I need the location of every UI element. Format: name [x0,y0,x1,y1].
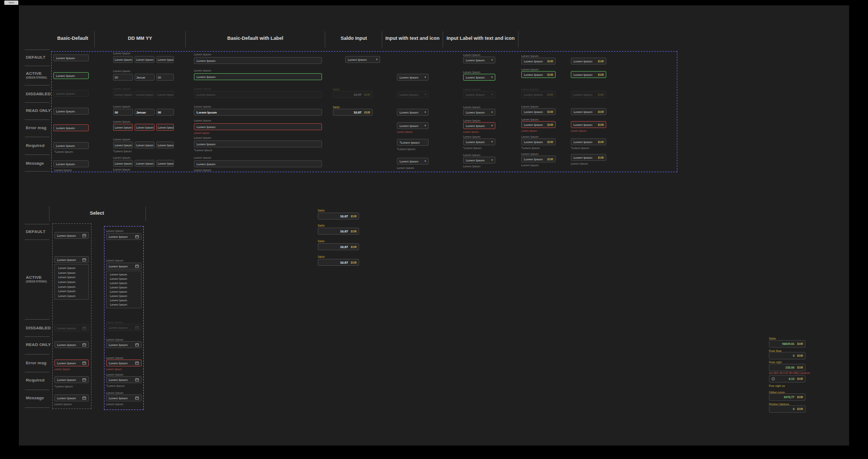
date-year-input[interactable]: Lorem Ipsum [156,124,174,131]
select-option[interactable]: Lorem Ipsum [107,272,141,277]
date-year-input[interactable]: Lorem Ipsum [156,56,174,63]
field-label: Lorem Ipsum [194,119,211,122]
date-select[interactable]: Lorem Ipsum [106,376,142,383]
dropdown-select[interactable]: Lorem Ipsum▾ [463,138,495,145]
labeled-input-message[interactable]: Lorem Ipsum [194,160,322,167]
header-separator [382,31,382,47]
select-value: Lorem Ipsum [57,258,76,262]
select-option[interactable]: Lorem Ipsum [55,294,88,298]
currency-input[interactable]: Lorem IpsumEUR [521,121,556,128]
currency-suffix: EUR [598,93,604,96]
message-note: Lorem Ipsum [194,168,211,172]
labeled-input-error[interactable]: Lorem Ipsum [194,123,322,130]
date-select[interactable]: Lorem Ipsum [54,256,89,263]
date-select[interactable]: Lorem Ipsum [54,232,89,239]
row-divider [25,390,50,390]
date-day-input[interactable]: Lorem Ipsum [113,160,133,167]
labeled-input-active[interactable]: Lorem Ipsum [194,73,322,80]
currency-input[interactable]: Lorem IpsumEUR [571,121,606,128]
date-select[interactable]: Lorem Ipsum [54,341,89,348]
select-option[interactable]: Lorem Ipsum [55,285,88,289]
date-select[interactable]: Lorem Ipsum [106,341,142,348]
date-month-input: Januar [135,109,155,116]
date-year-input[interactable]: Lorem Ipsum [156,142,174,149]
select-value: Lorem Ipsum [109,235,128,238]
date-select[interactable]: Lorem Ipsum [54,394,89,401]
date-year-input[interactable]: 00 [156,74,174,81]
basic-input-active[interactable]: Lorem Ipsum [53,72,89,79]
state-label-required: Required [26,143,45,148]
currency-input[interactable]: Lorem IpsumEUR [571,58,606,65]
date-select[interactable]: Lorem Ipsum [106,233,142,240]
dropdown-select[interactable]: Lorem Ipsum▾ [397,109,429,116]
date-select[interactable]: Lorem Ipsum [54,359,89,366]
currency-input[interactable]: Lorem IpsumEUR [521,156,556,163]
select-option[interactable]: Lorem Ipsum [107,281,141,285]
select-option[interactable]: Lorem Ipsum [107,298,141,302]
select-value: Lorem Ipsum [348,58,367,61]
select-option[interactable]: Lorem Ipsum [107,285,141,289]
date-day-input[interactable]: 00 [113,74,133,81]
labeled-input-default[interactable]: Lorem Ipsum [194,57,322,64]
basic-input-default[interactable]: Lorem Ipsum [53,54,89,61]
select-option[interactable]: Lorem Ipsum [107,294,141,298]
select-option[interactable]: Lorem Ipsum [107,302,141,307]
date-day-input[interactable]: Lorem Ipsum [113,142,133,149]
calendar-icon [82,343,86,347]
date-month-input: Lorem Ipsum [135,91,155,98]
date-month-input[interactable]: Lorem Ipsum [135,142,155,149]
select-value: Lorem Ipsum [466,59,485,62]
select-option[interactable]: Lorem Ipsum [107,289,141,294]
select-option[interactable]: Lorem Ipsum [107,277,141,281]
field-label: Lorem Ipsum [194,69,211,72]
date-select[interactable]: Lorem Ipsum [106,263,142,270]
page-tab[interactable]: Inputs [4,1,18,5]
currency-input[interactable]: Lorem IpsumEUR [521,138,556,145]
dropdown-select[interactable]: Lorem Ipsum▾ [463,57,495,63]
select-option[interactable]: Lorem Ipsum [55,266,88,270]
select-option[interactable]: Lorem Ipsum [55,289,88,293]
currency-input[interactable]: Lorem IpsumEUR [521,71,556,78]
dropdown-select[interactable]: Lorem Ipsum▾ [397,158,429,165]
basic-input-required[interactable]: Lorem Ipsum [53,142,89,149]
date-day-input[interactable]: Lorem Ipsum [113,56,133,63]
date-month-input[interactable]: Lorem Ipsum [135,160,155,167]
date-month-input[interactable]: Januar [135,74,155,81]
select-option[interactable]: Lorem Ipsum [55,280,88,284]
message-note: Lorem Ipsum [54,402,72,406]
dropdown-select[interactable]: Lorem Ipsum▾ [397,74,429,81]
date-month-input[interactable]: Lorem Ipsum [135,56,155,63]
dropdown-select[interactable]: Lorem Ipsum▾ [463,122,495,129]
dropdown-select[interactable]: Lorem Ipsum▾ [397,122,429,129]
basic-input-message[interactable]: Lorem Ipsum [53,160,89,167]
basic-input-error[interactable]: Lorem Ipsum [53,124,89,131]
select-value: Lorem Ipsum [57,378,76,382]
select-value: Lorem Ipsum [109,265,128,268]
date-select[interactable]: Lorem Ipsum [106,359,142,366]
calendar-icon [135,235,139,238]
row-divider [25,336,50,337]
date-year-input[interactable]: Lorem Ipsum [156,160,174,167]
date-month-input[interactable]: Lorem Ipsum [135,124,155,131]
info-icon[interactable]: i [772,377,775,380]
dropdown-select[interactable]: Lorem Ipsum▾ [463,109,495,116]
date-select[interactable]: Lorem Ipsum [106,394,142,401]
input-value: Lorem Ipsum [524,123,543,126]
dropdown-select[interactable]: Lorem Ipsum▾ [463,74,495,81]
currency-input[interactable]: Lorem IpsumEUR [571,71,606,78]
labeled-input-required[interactable]: Lorem Ipsum [194,140,322,147]
currency-input[interactable]: Lorem IpsumEUR [571,154,606,161]
summary-field: 0EUR [769,352,806,359]
dropdown-select[interactable]: Lorem Ipsum▾ [463,157,495,164]
select-option[interactable]: Lorem Ipsum [55,275,88,279]
select-option[interactable]: Lorem Ipsum [55,271,88,275]
state-label-default: DEFAULT [26,55,45,60]
dropdown-select[interactable]: Lorem Ipsum ▾ [345,56,380,63]
required-input[interactable]: *Lorem Ipsum [397,139,429,146]
currency-input[interactable]: Lorem IpsumEUR [521,58,556,65]
date-day-input[interactable]: Lorem Ipsum [113,124,133,131]
date-select[interactable]: Lorem Ipsum [54,376,89,383]
field-label: Lorem Ipsum [113,69,130,73]
currency-input[interactable]: Lorem IpsumEUR [571,138,606,145]
header-separator [518,31,519,47]
